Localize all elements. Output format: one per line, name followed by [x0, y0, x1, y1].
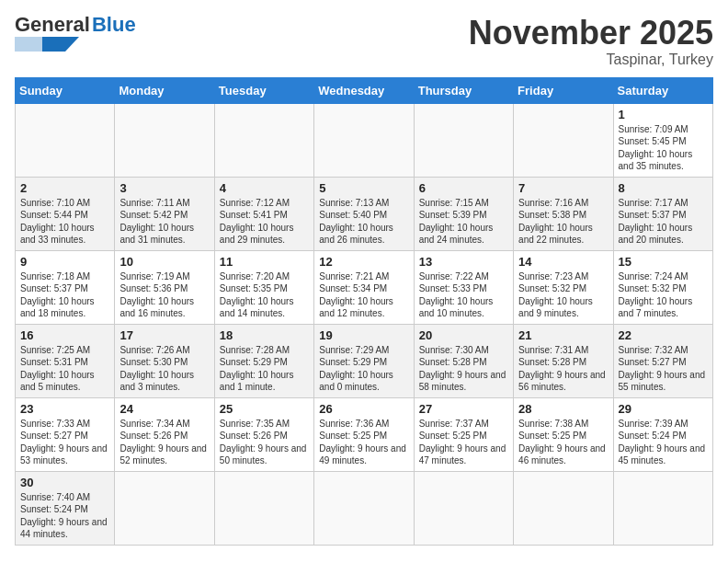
weekday-header-saturday: Saturday: [613, 77, 712, 103]
calendar-cell: 14Sunrise: 7:23 AM Sunset: 5:32 PM Dayli…: [514, 250, 613, 324]
day-info: Sunrise: 7:36 AM Sunset: 5:25 PM Dayligh…: [319, 418, 408, 467]
calendar-cell: 5Sunrise: 7:13 AM Sunset: 5:40 PM Daylig…: [314, 177, 414, 250]
calendar-week-row: 16Sunrise: 7:25 AM Sunset: 5:31 PM Dayli…: [16, 324, 713, 397]
day-info: Sunrise: 7:17 AM Sunset: 5:37 PM Dayligh…: [619, 197, 708, 247]
weekday-header-friday: Friday: [514, 77, 613, 103]
logo: General Blue: [15, 15, 136, 55]
day-info: Sunrise: 7:29 AM Sunset: 5:29 PM Dayligh…: [319, 344, 408, 394]
weekday-header-thursday: Thursday: [414, 77, 513, 103]
calendar-cell: 8Sunrise: 7:17 AM Sunset: 5:37 PM Daylig…: [613, 177, 712, 250]
day-info: Sunrise: 7:24 AM Sunset: 5:32 PM Dayligh…: [619, 270, 708, 320]
calendar-cell: 3Sunrise: 7:11 AM Sunset: 5:42 PM Daylig…: [115, 177, 214, 250]
day-number: 17: [119, 328, 209, 342]
day-number: 1: [619, 108, 708, 121]
title-block: November 2025 Taspinar, Turkey: [469, 15, 713, 68]
day-number: 22: [619, 328, 708, 342]
weekday-header-sunday: Sunday: [16, 77, 115, 103]
calendar-cell: [115, 471, 214, 545]
calendar-cell: 19Sunrise: 7:29 AM Sunset: 5:29 PM Dayli…: [314, 324, 414, 397]
calendar-cell: 16Sunrise: 7:25 AM Sunset: 5:31 PM Dayli…: [16, 324, 115, 397]
day-number: 23: [20, 402, 109, 416]
calendar-cell: [514, 103, 613, 177]
day-number: 21: [518, 328, 608, 342]
calendar-cell: 29Sunrise: 7:39 AM Sunset: 5:24 PM Dayli…: [613, 397, 712, 471]
calendar-week-row: 9Sunrise: 7:18 AM Sunset: 5:37 PM Daylig…: [16, 250, 713, 324]
day-info: Sunrise: 7:35 AM Sunset: 5:26 PM Dayligh…: [220, 418, 309, 467]
day-info: Sunrise: 7:20 AM Sunset: 5:35 PM Dayligh…: [220, 270, 309, 320]
logo-text-general: General: [15, 15, 90, 35]
day-info: Sunrise: 7:26 AM Sunset: 5:30 PM Dayligh…: [119, 344, 209, 394]
day-info: Sunrise: 7:09 AM Sunset: 5:45 PM Dayligh…: [619, 123, 708, 173]
calendar-cell: 2Sunrise: 7:10 AM Sunset: 5:44 PM Daylig…: [16, 177, 115, 250]
calendar-cell: 12Sunrise: 7:21 AM Sunset: 5:34 PM Dayli…: [314, 250, 414, 324]
calendar-table: SundayMondayTuesdayWednesdayThursdayFrid…: [15, 77, 713, 546]
calendar-cell: [314, 471, 414, 545]
day-number: 19: [319, 328, 408, 342]
calendar-cell: 10Sunrise: 7:19 AM Sunset: 5:36 PM Dayli…: [115, 250, 214, 324]
calendar-cell: 24Sunrise: 7:34 AM Sunset: 5:26 PM Dayli…: [115, 397, 214, 471]
day-number: 29: [619, 402, 708, 416]
day-info: Sunrise: 7:34 AM Sunset: 5:26 PM Dayligh…: [119, 418, 209, 467]
day-info: Sunrise: 7:13 AM Sunset: 5:40 PM Dayligh…: [319, 197, 408, 247]
day-number: 14: [518, 255, 608, 269]
calendar-cell: 22Sunrise: 7:32 AM Sunset: 5:27 PM Dayli…: [613, 324, 712, 397]
calendar-week-row: 1Sunrise: 7:09 AM Sunset: 5:45 PM Daylig…: [16, 103, 713, 177]
day-info: Sunrise: 7:40 AM Sunset: 5:24 PM Dayligh…: [20, 491, 109, 541]
calendar-cell: [115, 103, 214, 177]
calendar-cell: [414, 103, 513, 177]
day-number: 4: [220, 181, 309, 195]
svg-marker-1: [15, 37, 44, 52]
calendar-cell: 30Sunrise: 7:40 AM Sunset: 5:24 PM Dayli…: [16, 471, 115, 545]
day-info: Sunrise: 7:18 AM Sunset: 5:37 PM Dayligh…: [20, 270, 109, 320]
calendar-cell: 21Sunrise: 7:31 AM Sunset: 5:28 PM Dayli…: [514, 324, 613, 397]
calendar-cell: 11Sunrise: 7:20 AM Sunset: 5:35 PM Dayli…: [214, 250, 313, 324]
day-info: Sunrise: 7:32 AM Sunset: 5:27 PM Dayligh…: [619, 344, 708, 394]
calendar-cell: 15Sunrise: 7:24 AM Sunset: 5:32 PM Dayli…: [613, 250, 712, 324]
calendar-cell: 7Sunrise: 7:16 AM Sunset: 5:38 PM Daylig…: [514, 177, 613, 250]
weekday-header-monday: Monday: [115, 77, 214, 103]
day-info: Sunrise: 7:15 AM Sunset: 5:39 PM Dayligh…: [419, 197, 508, 247]
day-number: 26: [319, 402, 408, 416]
calendar-cell: [613, 471, 712, 545]
day-number: 30: [20, 476, 109, 489]
day-number: 5: [319, 181, 408, 195]
weekday-header-wednesday: Wednesday: [314, 77, 414, 103]
day-info: Sunrise: 7:37 AM Sunset: 5:25 PM Dayligh…: [419, 418, 508, 467]
calendar-cell: [16, 103, 115, 177]
day-info: Sunrise: 7:12 AM Sunset: 5:41 PM Dayligh…: [220, 197, 309, 247]
logo-icon: [15, 37, 79, 52]
day-number: 12: [319, 255, 408, 269]
calendar-cell: [214, 103, 313, 177]
calendar-cell: [214, 471, 313, 545]
calendar-cell: 9Sunrise: 7:18 AM Sunset: 5:37 PM Daylig…: [16, 250, 115, 324]
day-number: 13: [419, 255, 508, 269]
day-info: Sunrise: 7:21 AM Sunset: 5:34 PM Dayligh…: [319, 270, 408, 320]
day-info: Sunrise: 7:38 AM Sunset: 5:25 PM Dayligh…: [518, 418, 608, 467]
location-subtitle: Taspinar, Turkey: [469, 52, 713, 68]
calendar-cell: [414, 471, 513, 545]
day-number: 3: [119, 181, 209, 195]
day-info: Sunrise: 7:22 AM Sunset: 5:33 PM Dayligh…: [419, 270, 508, 320]
header: General Blue November 2025 Taspinar, Tur…: [15, 15, 713, 68]
calendar-cell: 17Sunrise: 7:26 AM Sunset: 5:30 PM Dayli…: [115, 324, 214, 397]
day-number: 15: [619, 255, 708, 269]
calendar-cell: 13Sunrise: 7:22 AM Sunset: 5:33 PM Dayli…: [414, 250, 513, 324]
calendar-cell: [314, 103, 414, 177]
day-number: 2: [20, 181, 109, 195]
day-info: Sunrise: 7:25 AM Sunset: 5:31 PM Dayligh…: [20, 344, 109, 394]
svg-marker-0: [42, 37, 79, 52]
day-number: 25: [220, 402, 309, 416]
day-info: Sunrise: 7:30 AM Sunset: 5:28 PM Dayligh…: [419, 344, 508, 394]
day-number: 27: [419, 402, 508, 416]
day-info: Sunrise: 7:31 AM Sunset: 5:28 PM Dayligh…: [518, 344, 608, 394]
weekday-header-row: SundayMondayTuesdayWednesdayThursdayFrid…: [16, 77, 713, 103]
day-info: Sunrise: 7:10 AM Sunset: 5:44 PM Dayligh…: [20, 197, 109, 247]
month-title: November 2025: [469, 15, 713, 52]
calendar-cell: 27Sunrise: 7:37 AM Sunset: 5:25 PM Dayli…: [414, 397, 513, 471]
weekday-header-tuesday: Tuesday: [214, 77, 313, 103]
calendar-week-row: 30Sunrise: 7:40 AM Sunset: 5:24 PM Dayli…: [16, 471, 713, 545]
day-number: 24: [119, 402, 209, 416]
logo-text-blue: Blue: [92, 15, 136, 35]
day-number: 18: [220, 328, 309, 342]
day-number: 11: [220, 255, 309, 269]
